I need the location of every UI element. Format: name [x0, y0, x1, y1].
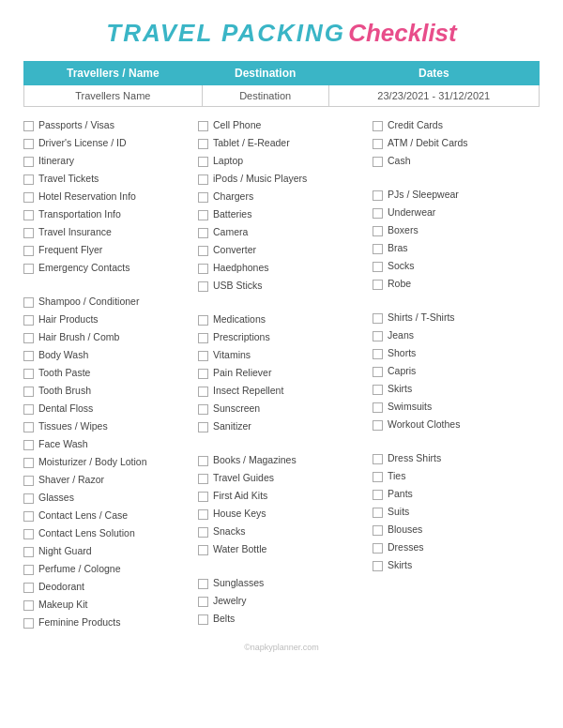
checkbox[interactable]	[198, 456, 208, 466]
list-item: Vitamins	[198, 348, 365, 363]
item-label: Makeup Kit	[38, 599, 88, 612]
checkbox[interactable]	[23, 297, 34, 308]
checkbox[interactable]	[373, 157, 383, 167]
checkbox[interactable]	[23, 511, 34, 522]
empty-row	[373, 592, 540, 605]
checkbox[interactable]	[198, 333, 208, 343]
checkbox[interactable]	[198, 545, 208, 555]
checkbox[interactable]	[23, 157, 34, 167]
checkbox[interactable]	[23, 228, 34, 238]
checkbox[interactable]	[373, 508, 383, 518]
list-item: Robe	[373, 277, 540, 292]
checkbox[interactable]	[373, 490, 383, 500]
checkbox[interactable]	[198, 174, 208, 185]
checkbox[interactable]	[373, 525, 383, 536]
checkbox[interactable]	[373, 331, 383, 341]
checkbox[interactable]	[198, 121, 208, 131]
checkbox[interactable]	[373, 385, 383, 395]
checkbox[interactable]	[23, 529, 34, 539]
list-item: Frequent Flyer	[23, 243, 190, 258]
checkbox[interactable]	[373, 420, 383, 431]
destination-cell: Destination	[202, 85, 328, 107]
checkbox[interactable]	[23, 404, 34, 415]
checkbox[interactable]	[198, 315, 208, 326]
list-item: Cash	[373, 154, 540, 169]
checkbox[interactable]	[373, 313, 383, 324]
checkbox[interactable]	[373, 367, 383, 377]
checkbox[interactable]	[23, 618, 34, 629]
checkbox[interactable]	[373, 402, 383, 413]
checkbox[interactable]	[198, 527, 208, 538]
checkbox[interactable]	[373, 454, 383, 464]
checkbox[interactable]	[23, 600, 34, 611]
checkbox[interactable]	[198, 246, 208, 256]
page-title: Travel Packing Checklist	[23, 19, 540, 48]
list-item: Perfume / Cologne	[23, 562, 190, 577]
checkbox[interactable]	[198, 139, 208, 149]
checkbox[interactable]	[198, 387, 208, 397]
checkbox[interactable]	[373, 208, 383, 219]
item-label: Tablet / E-Reader	[213, 137, 290, 150]
checkbox[interactable]	[23, 121, 34, 131]
checkbox[interactable]	[373, 262, 383, 272]
checkbox[interactable]	[198, 157, 208, 167]
checkbox[interactable]	[373, 226, 383, 236]
list-item: PJs / Sleepwear	[373, 188, 540, 203]
checkbox[interactable]	[23, 476, 34, 486]
checkbox[interactable]	[198, 369, 208, 379]
checkbox[interactable]	[23, 174, 34, 185]
checkbox[interactable]	[373, 349, 383, 359]
checkbox[interactable]	[23, 192, 34, 203]
checkbox[interactable]	[23, 315, 34, 326]
checkbox[interactable]	[23, 547, 34, 557]
item-label: Body Wash	[38, 349, 88, 362]
checkbox[interactable]	[23, 440, 34, 450]
item-label: Cell Phone	[213, 119, 261, 132]
checkbox[interactable]	[198, 492, 208, 502]
list-item: Contact Lens Solution	[23, 526, 190, 541]
checkbox[interactable]	[198, 474, 208, 484]
checkbox[interactable]	[23, 351, 34, 361]
checkbox[interactable]	[198, 281, 208, 292]
checkbox[interactable]	[23, 246, 34, 256]
checkbox[interactable]	[198, 192, 208, 203]
checkbox[interactable]	[23, 333, 34, 343]
checkbox[interactable]	[198, 509, 208, 520]
checkbox[interactable]	[373, 121, 383, 131]
checkbox[interactable]	[23, 210, 34, 220]
checkbox[interactable]	[373, 561, 383, 571]
checkbox[interactable]	[23, 422, 34, 432]
checkbox[interactable]	[23, 387, 34, 397]
list-item: Ties	[373, 469, 540, 484]
checkbox[interactable]	[373, 543, 383, 554]
checkbox[interactable]	[373, 244, 383, 254]
checkbox[interactable]	[373, 190, 383, 201]
checkbox[interactable]	[373, 280, 383, 290]
checkbox[interactable]	[198, 597, 208, 607]
checkbox[interactable]	[23, 369, 34, 379]
list-item: Moisturizer / Body Lotion	[23, 455, 190, 470]
checkbox[interactable]	[198, 579, 208, 589]
checkbox[interactable]	[198, 210, 208, 220]
list-item: Haedphones	[198, 261, 365, 276]
checkbox[interactable]	[23, 264, 34, 274]
col-header-name: Travellers / Name	[24, 62, 203, 85]
checkbox[interactable]	[23, 565, 34, 575]
checkbox[interactable]	[198, 351, 208, 361]
item-label: Passports / Visas	[38, 119, 114, 132]
list-item: Face Wash	[23, 437, 190, 452]
list-item: Body Wash	[23, 348, 190, 363]
checkbox[interactable]	[198, 264, 208, 274]
checkbox[interactable]	[198, 422, 208, 432]
checkbox[interactable]	[198, 614, 208, 625]
checkbox[interactable]	[198, 228, 208, 238]
checkbox[interactable]	[23, 458, 34, 468]
list-item: Hair Brush / Comb	[23, 330, 190, 345]
checkbox[interactable]	[373, 472, 383, 482]
checkbox[interactable]	[198, 404, 208, 415]
checkbox[interactable]	[23, 583, 34, 593]
list-item: Dresses	[373, 540, 540, 555]
checkbox[interactable]	[23, 493, 34, 504]
checkbox[interactable]	[23, 139, 34, 149]
checkbox[interactable]	[373, 139, 383, 149]
